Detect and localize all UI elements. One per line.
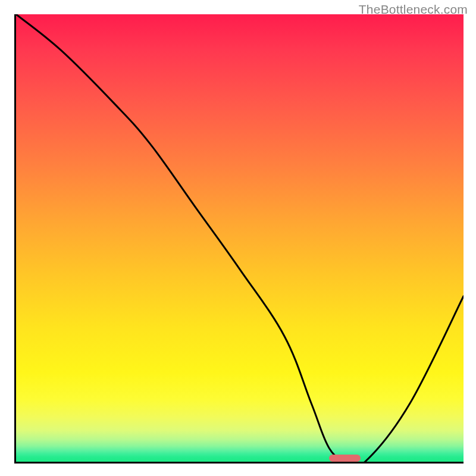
- bottleneck-curve: [16, 14, 464, 462]
- optimal-range-marker: [329, 455, 361, 462]
- chart-container: TheBottleneck.com: [0, 0, 476, 476]
- curve-svg: [16, 14, 464, 462]
- plot-area: [14, 14, 464, 464]
